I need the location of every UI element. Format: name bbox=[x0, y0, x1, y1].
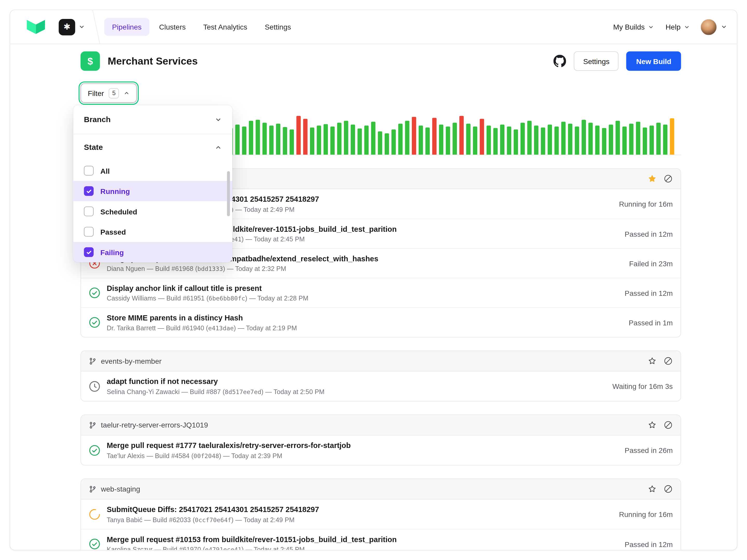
build-bar[interactable] bbox=[378, 131, 382, 155]
build-bar[interactable] bbox=[289, 129, 294, 155]
build-title[interactable]: Merge pull request #10153 from buildkite… bbox=[107, 535, 396, 544]
nav-tab-clusters[interactable]: Clusters bbox=[151, 18, 194, 36]
build-bar[interactable] bbox=[249, 121, 253, 155]
build-bar[interactable] bbox=[643, 128, 647, 155]
build-bar[interactable] bbox=[337, 123, 342, 155]
build-bar[interactable] bbox=[412, 117, 416, 155]
org-avatar[interactable]: ✱ bbox=[59, 19, 75, 35]
ban-icon[interactable] bbox=[664, 420, 673, 430]
build-row[interactable]: Merge pull request #1777 taeluralexis/re… bbox=[81, 435, 680, 465]
build-bar[interactable] bbox=[520, 123, 525, 155]
build-bar[interactable] bbox=[555, 127, 559, 155]
filter-section-state[interactable]: State bbox=[73, 134, 232, 160]
build-bar[interactable] bbox=[582, 120, 586, 155]
build-bar[interactable] bbox=[262, 123, 267, 155]
build-bar[interactable] bbox=[561, 122, 566, 155]
checkbox-checked-icon[interactable] bbox=[84, 186, 94, 196]
build-bar[interactable] bbox=[344, 121, 348, 155]
filter-option-failing[interactable]: Failing bbox=[73, 242, 232, 262]
settings-button[interactable]: Settings bbox=[574, 51, 619, 71]
build-bar[interactable] bbox=[446, 127, 450, 155]
build-bar[interactable] bbox=[303, 119, 308, 155]
build-bar[interactable] bbox=[541, 128, 545, 155]
ban-icon[interactable] bbox=[664, 356, 673, 366]
build-bar[interactable] bbox=[439, 125, 443, 155]
build-row[interactable]: Display anchor link if callout title is … bbox=[81, 278, 680, 308]
build-bar[interactable] bbox=[310, 128, 314, 155]
build-bar[interactable] bbox=[622, 127, 627, 155]
build-bar[interactable] bbox=[283, 127, 287, 155]
build-bar[interactable] bbox=[357, 129, 362, 155]
build-bar[interactable] bbox=[493, 128, 498, 155]
build-title[interactable]: Merge pull request #1777 taeluralexis/re… bbox=[107, 441, 351, 450]
build-bar[interactable] bbox=[331, 127, 335, 155]
build-row[interactable]: SubmitQueue Diffs: 25417021 25414301 254… bbox=[81, 499, 680, 529]
pipeline-name[interactable]: taelur-retry-server-errors-JQ1019 bbox=[101, 421, 208, 429]
build-bar[interactable] bbox=[602, 128, 607, 155]
build-bar[interactable] bbox=[324, 124, 328, 155]
build-bar[interactable] bbox=[426, 128, 430, 155]
build-bar[interactable] bbox=[575, 127, 579, 155]
build-row[interactable]: adapt function if not necessarySelina Ch… bbox=[81, 372, 680, 401]
build-row[interactable]: Store MIME parents in a distincy HashDr.… bbox=[81, 308, 680, 337]
build-bar[interactable] bbox=[588, 123, 593, 155]
build-bar[interactable] bbox=[595, 126, 600, 155]
help-menu[interactable]: Help bbox=[660, 19, 696, 35]
build-bar[interactable] bbox=[398, 124, 403, 155]
filter-option-all[interactable]: All bbox=[73, 160, 232, 181]
scrollbar-thumb[interactable] bbox=[227, 171, 230, 216]
github-icon[interactable] bbox=[553, 55, 566, 68]
star-icon[interactable] bbox=[648, 174, 657, 183]
filter-button[interactable]: Filter 5 bbox=[80, 83, 137, 103]
ban-icon[interactable] bbox=[664, 484, 673, 494]
build-bar[interactable] bbox=[663, 125, 667, 155]
build-bar[interactable] bbox=[473, 127, 477, 155]
build-bar[interactable] bbox=[649, 126, 654, 155]
pipeline-name[interactable]: events-by-member bbox=[101, 357, 161, 365]
build-title[interactable]: Display anchor link if callout title is … bbox=[107, 284, 308, 293]
build-bar[interactable] bbox=[527, 121, 532, 155]
chevron-down-icon[interactable] bbox=[721, 24, 727, 30]
build-bar[interactable] bbox=[391, 129, 396, 155]
build-bar[interactable] bbox=[534, 126, 538, 155]
buildkite-logo-icon[interactable] bbox=[27, 20, 45, 34]
build-bar[interactable] bbox=[276, 124, 280, 155]
ban-icon[interactable] bbox=[664, 174, 673, 183]
build-bar[interactable] bbox=[609, 125, 613, 155]
build-bar[interactable] bbox=[405, 121, 410, 155]
build-title[interactable]: adapt function if not necessary bbox=[107, 377, 325, 386]
checkbox-icon[interactable] bbox=[84, 227, 94, 236]
build-bar[interactable] bbox=[480, 119, 484, 155]
build-bar[interactable] bbox=[242, 127, 247, 155]
build-bar[interactable] bbox=[514, 129, 518, 155]
build-bar[interactable] bbox=[487, 126, 491, 155]
nav-tab-pipelines[interactable]: Pipelines bbox=[104, 18, 149, 36]
build-bar[interactable] bbox=[453, 123, 457, 155]
build-bar[interactable] bbox=[269, 126, 274, 155]
star-icon[interactable] bbox=[648, 420, 657, 430]
build-bar[interactable] bbox=[256, 120, 260, 155]
new-build-button[interactable]: New Build bbox=[626, 51, 681, 71]
filter-option-passed[interactable]: Passed bbox=[73, 222, 232, 242]
checkbox-icon[interactable] bbox=[84, 207, 94, 216]
build-bar[interactable] bbox=[656, 123, 661, 155]
build-bar[interactable] bbox=[670, 118, 674, 155]
user-avatar[interactable] bbox=[700, 19, 717, 35]
build-bar[interactable] bbox=[385, 133, 389, 155]
nav-tab-test-analytics[interactable]: Test Analytics bbox=[195, 18, 255, 36]
star-icon[interactable] bbox=[648, 356, 657, 366]
build-bar[interactable] bbox=[629, 124, 634, 155]
build-bar[interactable] bbox=[297, 116, 301, 155]
star-icon[interactable] bbox=[648, 484, 657, 494]
filter-section-branch[interactable]: Branch bbox=[73, 105, 232, 134]
build-bar[interactable] bbox=[419, 126, 423, 155]
build-row[interactable]: Merge pull request #10153 from buildkite… bbox=[81, 529, 680, 550]
build-bar[interactable] bbox=[466, 124, 470, 155]
pipeline-name[interactable]: web-staging bbox=[101, 485, 140, 493]
build-bar[interactable] bbox=[432, 118, 437, 155]
build-bar[interactable] bbox=[351, 125, 355, 155]
build-bar[interactable] bbox=[364, 126, 368, 155]
build-title[interactable]: SubmitQueue Diffs: 25417021 25414301 254… bbox=[107, 505, 319, 514]
my-builds-menu[interactable]: My Builds bbox=[608, 19, 660, 35]
build-bar[interactable] bbox=[459, 116, 464, 155]
